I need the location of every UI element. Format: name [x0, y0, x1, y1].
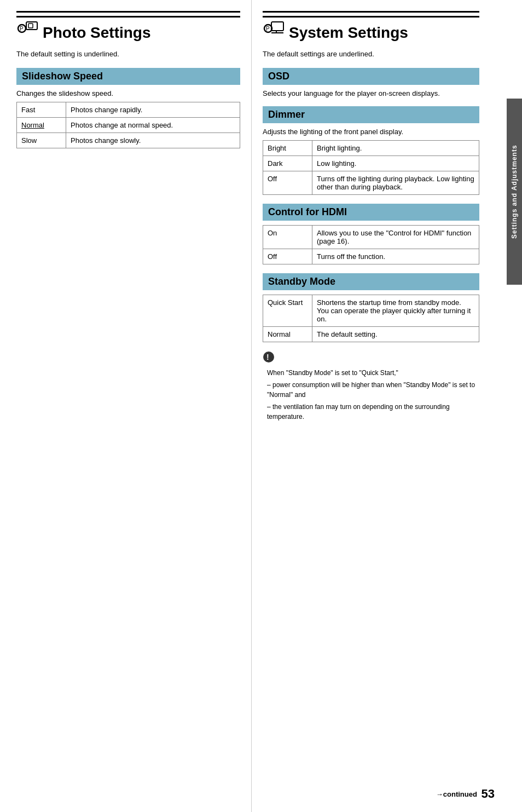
table-cell-label: Off	[263, 249, 312, 264]
table-cell-desc: Shortens the startup time from standby m…	[312, 295, 479, 327]
system-icon: P	[263, 21, 285, 41]
svg-text:P: P	[20, 26, 24, 32]
table-row: Off Turns off the lighting during playba…	[263, 171, 479, 195]
svg-text:!: !	[266, 353, 269, 361]
table-cell-label: Fast	[17, 102, 66, 118]
table-cell-label: Off	[263, 171, 312, 195]
standby-table: Quick Start Shortens the startup time fr…	[263, 295, 479, 342]
photo-settings-heading: Photo Settings	[43, 24, 151, 42]
table-cell-label: Normal	[17, 118, 66, 133]
table-row: Normal The default setting.	[263, 327, 479, 342]
system-settings-heading: System Settings	[289, 24, 408, 42]
table-row: Slow Photos change slowly.	[17, 133, 240, 148]
right-column: P System Settings The default settings a…	[252, 0, 507, 812]
dimmer-table: Bright Bright lighting. Dark Low lightin…	[263, 140, 479, 195]
osd-header: OSD	[263, 68, 479, 85]
table-cell-label: Bright	[263, 141, 312, 156]
photo-settings-subtitle: The default setting is underlined.	[16, 50, 240, 58]
table-row: Fast Photos change rapidly.	[17, 102, 240, 118]
system-settings-icon: P	[263, 21, 285, 44]
table-cell-desc: Allows you to use the "Control for HDMI"…	[312, 226, 479, 249]
table-cell-desc: Photos change rapidly.	[66, 102, 240, 118]
system-settings-title-bar: P System Settings	[263, 16, 479, 44]
table-cell-desc: The default setting.	[312, 327, 479, 342]
table-row: Quick Start Shortens the startup time fr…	[263, 295, 479, 327]
table-row: Bright Bright lighting.	[263, 141, 479, 156]
photo-settings-title-bar: P Photo Settings	[16, 16, 240, 44]
table-cell-desc: Photos change at normal speed.	[66, 118, 240, 133]
table-row: Normal Photos change at normal speed.	[17, 118, 240, 133]
continued-arrow: →continued	[436, 790, 477, 798]
warning-icon: !	[263, 351, 275, 363]
hdmi-table: On Allows you to use the "Control for HD…	[263, 225, 479, 264]
table-cell-desc: Photos change slowly.	[66, 133, 240, 148]
svg-text:P: P	[266, 26, 270, 32]
footer: →continued 53	[436, 787, 495, 801]
left-column: P Photo Settings The default setting is …	[0, 0, 252, 812]
table-cell-label: Normal	[263, 327, 312, 342]
osd-desc: Selects your language for the player on-…	[263, 89, 479, 97]
table-row: On Allows you to use the "Control for HD…	[263, 226, 479, 249]
system-settings-subtitle: The default settings are underlined.	[263, 50, 479, 58]
slideshow-speed-desc: Changes the slideshow speed.	[16, 89, 240, 97]
side-tab: Settings and Adjustments	[507, 99, 522, 285]
table-cell-desc: Low lighting.	[312, 156, 479, 171]
standby-header: Standby Mode	[263, 273, 479, 290]
table-cell-label: Quick Start	[263, 295, 312, 327]
slideshow-speed-table: Fast Photos change rapidly. Normal Photo…	[16, 102, 240, 148]
table-cell-desc: Turns off the function.	[312, 249, 479, 264]
note-text: When "Standby Mode" is set to "Quick Sta…	[263, 368, 479, 422]
table-row: Off Turns off the function.	[263, 249, 479, 264]
table-cell-label: Dark	[263, 156, 312, 171]
dimmer-desc: Adjusts the lighting of the front panel …	[263, 128, 479, 136]
slideshow-speed-header: Slideshow Speed	[16, 68, 240, 85]
page-number: 53	[482, 787, 495, 801]
hdmi-header: Control for HDMI	[263, 204, 479, 221]
svg-rect-6	[271, 22, 283, 31]
table-cell-desc: Turns off the lighting during playback. …	[312, 171, 479, 195]
note-icon: !	[263, 351, 479, 366]
svg-rect-3	[28, 24, 33, 28]
table-cell-label: Slow	[17, 133, 66, 148]
dimmer-header: Dimmer	[263, 106, 479, 123]
photo-settings-icon: P	[16, 21, 38, 44]
camera-icon: P	[16, 21, 38, 41]
table-cell-desc: Bright lighting.	[312, 141, 479, 156]
svg-rect-2	[26, 22, 37, 30]
table-cell-label: On	[263, 226, 312, 249]
table-row: Dark Low lighting.	[263, 156, 479, 171]
